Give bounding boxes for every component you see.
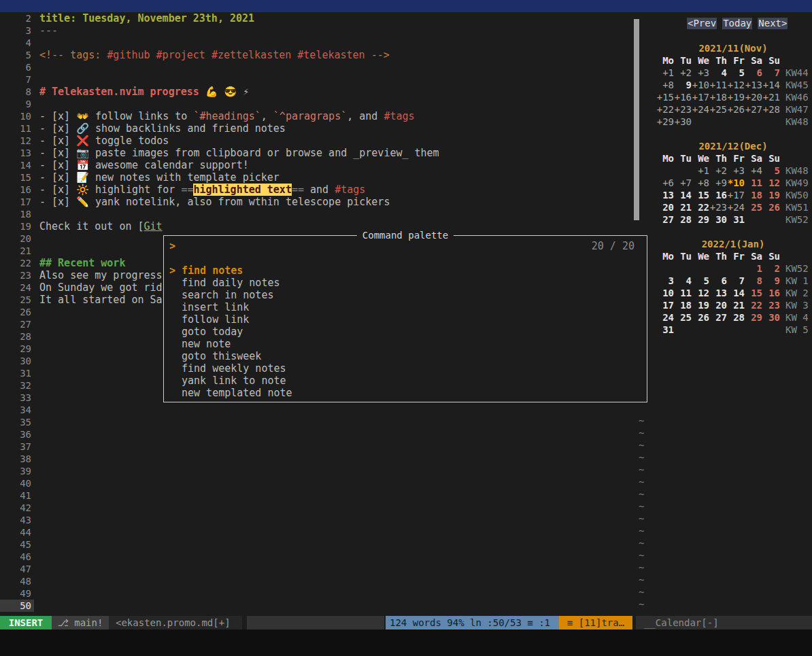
- calendar-day[interactable]: 5: [762, 165, 780, 177]
- editor-line[interactable]: 16- [x] 🔆 highlight for ==highlighted te…: [0, 184, 632, 196]
- editor-line[interactable]: 40: [0, 477, 632, 489]
- calendar-day[interactable]: 20: [709, 299, 727, 311]
- calendar-day[interactable]: 16: [762, 287, 780, 299]
- calendar-day[interactable]: 13: [656, 189, 674, 201]
- calendar-day[interactable]: 12: [692, 287, 709, 299]
- calendar-day[interactable]: +22: [656, 103, 674, 116]
- palette-item[interactable]: find weekly notes: [164, 362, 647, 375]
- calendar-day[interactable]: +21: [762, 91, 780, 103]
- palette-search-input[interactable]: [175, 240, 592, 252]
- calendar-day[interactable]: 7: [762, 67, 780, 79]
- calendar-day[interactable]: 25: [745, 201, 762, 213]
- editor-line[interactable]: 36: [0, 428, 632, 441]
- calendar-day[interactable]: +14: [762, 79, 780, 91]
- calendar-day[interactable]: +29: [656, 116, 674, 128]
- editor-line[interactable]: 38: [0, 453, 632, 465]
- calendar-day[interactable]: 7: [727, 275, 745, 287]
- editor-line[interactable]: 42: [0, 502, 632, 514]
- calendar-day[interactable]: 15: [745, 287, 762, 299]
- palette-item[interactable]: insert link: [164, 301, 647, 313]
- editor-line[interactable]: 8# Telekasten.nvim progress 💪 😎 ⚡: [0, 86, 632, 98]
- calendar-day[interactable]: 29: [692, 213, 709, 226]
- editor-line[interactable]: 5<!-- tags: #github #project #zettelkast…: [0, 49, 632, 61]
- calendar-day[interactable]: +2: [709, 165, 727, 177]
- calendar-day[interactable]: 9: [762, 275, 780, 287]
- calendar-day[interactable]: 11: [745, 177, 762, 189]
- calendar-day[interactable]: 22: [745, 299, 762, 311]
- calendar-day[interactable]: 21: [674, 201, 692, 213]
- calendar-day[interactable]: +25: [709, 103, 727, 116]
- calendar-day[interactable]: +7: [674, 177, 692, 189]
- calendar-day[interactable]: +19: [727, 91, 745, 103]
- editor-line[interactable]: 3---: [0, 24, 632, 37]
- editor-line[interactable]: 34: [0, 404, 632, 416]
- calendar-day[interactable]: +1: [656, 67, 674, 79]
- editor-line[interactable]: 47: [0, 563, 632, 575]
- calendar-day[interactable]: 25: [674, 311, 692, 324]
- calendar-day[interactable]: 11: [674, 287, 692, 299]
- editor-line[interactable]: 18: [0, 208, 632, 220]
- editor-line[interactable]: 9: [0, 98, 632, 110]
- calendar-day[interactable]: +26: [727, 103, 745, 116]
- editor-line[interactable]: 12- [x] ❌ toggle todos: [0, 135, 632, 147]
- calendar-day[interactable]: 18: [745, 189, 762, 201]
- calendar-day[interactable]: 28: [674, 213, 692, 226]
- calendar-day[interactable]: 2: [762, 262, 780, 275]
- calendar-day[interactable]: +1: [692, 165, 709, 177]
- calendar-day[interactable]: 30: [762, 311, 780, 324]
- calendar-day[interactable]: +2: [674, 67, 692, 79]
- editor-line[interactable]: 37: [0, 441, 632, 453]
- editor-line[interactable]: 10- [x] 👐 follow links to `#headings`, `…: [0, 110, 632, 122]
- calendar-prev-button[interactable]: <Prev: [687, 18, 717, 29]
- editor-line[interactable]: 15- [x] 📝 new notes with template picker: [0, 171, 632, 184]
- editor-line[interactable]: 43: [0, 514, 632, 526]
- palette-item[interactable]: follow link: [164, 313, 647, 326]
- calendar-day[interactable]: 12: [762, 177, 780, 189]
- calendar-day[interactable]: 5: [727, 67, 745, 79]
- calendar-day[interactable]: +20: [745, 91, 762, 103]
- calendar-day[interactable]: 9: [674, 79, 692, 91]
- calendar-day[interactable]: 8: [745, 275, 762, 287]
- calendar-day[interactable]: +17: [692, 91, 709, 103]
- palette-item[interactable]: goto thisweek: [164, 350, 647, 362]
- calendar-day[interactable]: 4: [709, 67, 727, 79]
- palette-item[interactable]: goto today: [164, 326, 647, 338]
- editor-line[interactable]: 50: [0, 600, 632, 612]
- palette-item[interactable]: yank link to note: [164, 375, 647, 387]
- calendar-day[interactable]: 6: [745, 67, 762, 79]
- calendar-day[interactable]: 17: [656, 299, 674, 311]
- calendar-day[interactable]: +28: [762, 103, 780, 116]
- calendar-day[interactable]: 13: [709, 287, 727, 299]
- calendar-day[interactable]: +16: [674, 91, 692, 103]
- calendar-day[interactable]: 26: [762, 201, 780, 213]
- calendar-day[interactable]: 1: [745, 262, 762, 275]
- calendar-day[interactable]: 31: [727, 213, 745, 226]
- calendar-day[interactable]: 14: [674, 189, 692, 201]
- calendar-day[interactable]: +12: [727, 79, 745, 91]
- palette-item[interactable]: new templated note: [164, 387, 647, 399]
- calendar-day[interactable]: 10: [656, 287, 674, 299]
- editor-line[interactable]: 44: [0, 526, 632, 538]
- palette-item[interactable]: find daily notes: [164, 277, 647, 289]
- editor-line[interactable]: 45: [0, 538, 632, 551]
- palette-item[interactable]: >find notes: [164, 264, 647, 277]
- calendar-day[interactable]: 19: [762, 189, 780, 201]
- calendar-day[interactable]: +27: [745, 103, 762, 116]
- calendar-day[interactable]: 28: [727, 311, 745, 324]
- editor-line[interactable]: 48: [0, 575, 632, 587]
- calendar-day[interactable]: 30: [709, 213, 727, 226]
- calendar-today-button[interactable]: Today: [722, 18, 752, 29]
- calendar-day[interactable]: +23: [709, 201, 727, 213]
- calendar-day[interactable]: 26: [692, 311, 709, 324]
- calendar-day[interactable]: 23: [762, 299, 780, 311]
- calendar-day[interactable]: +24: [727, 201, 745, 213]
- calendar-day[interactable]: 15: [692, 189, 709, 201]
- editor-line[interactable]: 11- [x] 🔗 show backlinks and friend note…: [0, 122, 632, 135]
- calendar-day[interactable]: 20: [656, 201, 674, 213]
- calendar-day[interactable]: 21: [727, 299, 745, 311]
- editor-line[interactable]: 19Check it out on [Git: [0, 220, 632, 232]
- calendar-next-button[interactable]: Next>: [758, 18, 788, 29]
- calendar-day[interactable]: 31: [656, 324, 674, 336]
- calendar-day[interactable]: 16: [709, 189, 727, 201]
- calendar-day[interactable]: 29: [745, 311, 762, 324]
